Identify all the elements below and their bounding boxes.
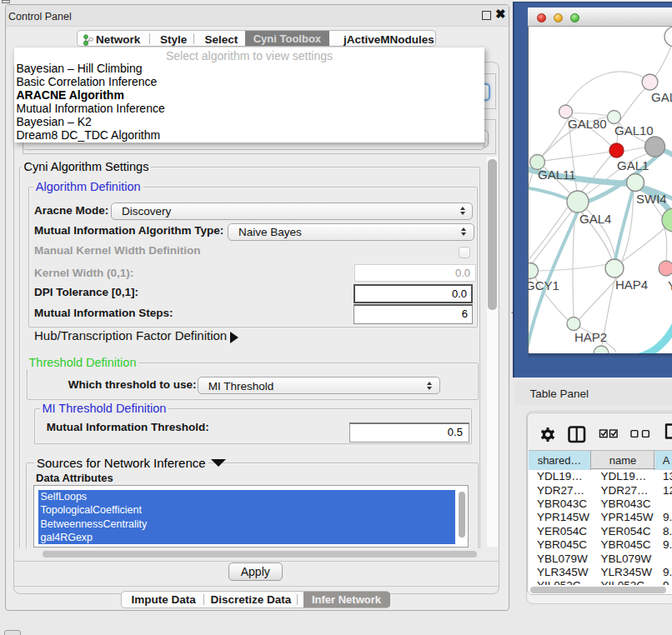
svg-text:GAL80: GAL80 (568, 117, 607, 131)
svg-text:GAL11: GAL11 (538, 168, 576, 182)
svg-text:SWI4: SWI4 (636, 192, 667, 206)
svg-text:GAL1: GAL1 (617, 158, 649, 172)
svg-text:GAL10: GAL10 (614, 123, 654, 138)
svg-text:HAP2: HAP2 (574, 330, 607, 344)
svg-text:GAL4: GAL4 (579, 212, 611, 226)
svg-text:Y: Y (668, 278, 672, 292)
svg-text:GCY1: GCY1 (529, 278, 559, 292)
svg-text:GAL2: GAL2 (651, 90, 672, 104)
svg-text:HAP4: HAP4 (615, 278, 648, 292)
